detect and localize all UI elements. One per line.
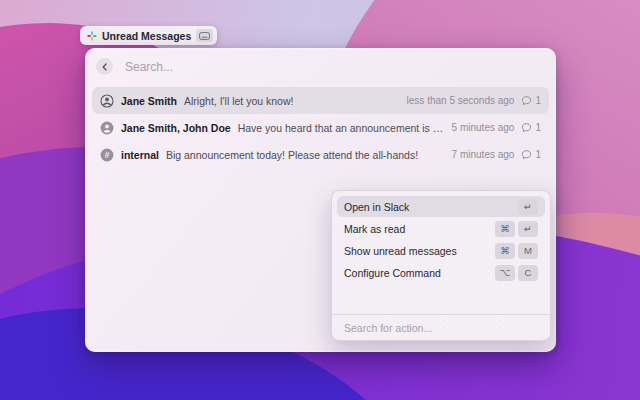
comment-bubble-icon <box>521 122 532 133</box>
comment-count-group: 1 <box>521 122 541 133</box>
message-time: less than 5 seconds ago <box>407 95 515 106</box>
shortcut-keys: ⌘ ↵ <box>495 221 538 237</box>
slack-icon <box>87 31 97 41</box>
action-label: Show unread messages <box>344 245 489 257</box>
panel-spacer <box>332 288 550 314</box>
people-circle-icon <box>100 121 114 135</box>
message-time: 7 minutes ago <box>452 149 515 160</box>
action-search-bar <box>332 314 550 340</box>
message-list: Jane Smith Alright, I'll let you know! l… <box>85 85 556 168</box>
action-open-in-slack[interactable]: Open in Slack ↵ <box>337 196 545 217</box>
shortcut-keys: ↵ <box>518 199 538 215</box>
action-label: Mark as read <box>344 223 489 235</box>
action-menu-items: Open in Slack ↵ Mark as read ⌘ ↵ Show un… <box>332 191 550 288</box>
option-key: ⌥ <box>495 265 515 281</box>
shortcut-keys: ⌥ C <box>495 265 538 281</box>
raycast-window: Jane Smith Alright, I'll let you know! l… <box>85 48 556 352</box>
comment-bubble-icon <box>521 149 532 160</box>
message-sender: Jane Smith, John Doe <box>121 122 231 134</box>
comment-count-group: 1 <box>521 149 541 160</box>
command-key: ⌘ <box>495 221 515 237</box>
action-label: Open in Slack <box>344 201 512 213</box>
message-preview: Have you heard that an announcement is c… <box>238 122 445 134</box>
keyboard-icon[interactable] <box>196 29 213 42</box>
message-preview: Big announcement today! Please attend th… <box>166 149 445 161</box>
person-circle-icon <box>100 94 114 108</box>
message-preview: Alright, I'll let you know! <box>184 95 400 107</box>
command-badge[interactable]: Unread Messages <box>80 26 217 45</box>
return-key: ↵ <box>518 199 538 215</box>
message-time: 5 minutes ago <box>452 122 515 133</box>
action-configure-command[interactable]: Configure Command ⌥ C <box>337 262 545 283</box>
message-sender: internal <box>121 149 159 161</box>
command-key: ⌘ <box>495 243 515 259</box>
desktop: Unread Messages <box>0 0 640 400</box>
message-sender: Jane Smith <box>121 95 177 107</box>
action-menu-panel: Open in Slack ↵ Mark as read ⌘ ↵ Show un… <box>331 190 551 341</box>
comment-count: 1 <box>535 122 541 133</box>
m-key: M <box>518 243 538 259</box>
comment-count-group: 1 <box>521 95 541 106</box>
c-key: C <box>518 265 538 281</box>
message-row-jane-smith-john-doe[interactable]: Jane Smith, John Doe Have you heard that… <box>92 114 549 141</box>
svg-text:#: # <box>105 150 110 160</box>
message-row-internal[interactable]: # internal Big announcement today! Pleas… <box>92 141 549 168</box>
shortcut-keys: ⌘ M <box>495 243 538 259</box>
action-mark-as-read[interactable]: Mark as read ⌘ ↵ <box>337 218 545 239</box>
message-row-jane-smith[interactable]: Jane Smith Alright, I'll let you know! l… <box>92 87 549 114</box>
comment-bubble-icon <box>521 95 532 106</box>
action-search-input[interactable] <box>342 321 540 335</box>
comment-count: 1 <box>535 95 541 106</box>
action-label: Configure Command <box>344 267 489 279</box>
hash-circle-icon: # <box>100 148 114 162</box>
search-input[interactable] <box>123 59 545 75</box>
search-bar <box>85 48 556 85</box>
action-show-unread-messages[interactable]: Show unread messages ⌘ M <box>337 240 545 261</box>
command-badge-label: Unread Messages <box>102 30 191 42</box>
comment-count: 1 <box>535 149 541 160</box>
return-key: ↵ <box>518 221 538 237</box>
back-button[interactable] <box>96 58 113 75</box>
